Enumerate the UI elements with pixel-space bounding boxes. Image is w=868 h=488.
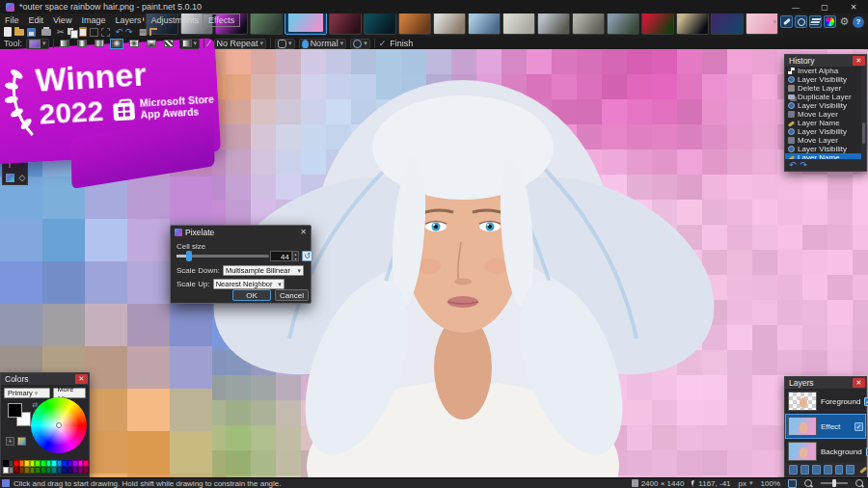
gradient-radial-button[interactable] [110, 39, 123, 49]
dialog-title-bar[interactable]: Pixelate ✕ [171, 226, 311, 238]
history-item[interactable]: Move Layer [785, 110, 861, 119]
new-file-icon[interactable] [4, 27, 12, 38]
print-icon[interactable] [41, 27, 51, 38]
add-layer-button[interactable] [789, 465, 798, 474]
ok-button[interactable]: OK [232, 289, 271, 301]
cell-size-input[interactable]: 44 [270, 251, 292, 261]
layer-visibility-checkbox[interactable]: ✓ [864, 397, 868, 406]
gradient-conical-button[interactable] [145, 39, 158, 49]
curve-style-dropdown[interactable]: ▾ [275, 39, 295, 49]
colors-panel-title[interactable]: Colors ✕ [1, 373, 89, 385]
history-panel-toggle[interactable] [795, 15, 807, 28]
gradient-tool-button[interactable] [4, 172, 15, 183]
history-item[interactable]: Invert Alpha [785, 67, 861, 75]
color-wheel[interactable] [31, 397, 87, 453]
merge-layer-down-button[interactable] [824, 465, 832, 474]
undo-icon[interactable]: ↶ [116, 27, 123, 38]
delete-layer-button[interactable] [800, 465, 809, 474]
maximize-button[interactable]: ▢ [810, 0, 839, 14]
scale-up-dropdown[interactable]: Nearest Neighbor▾ [213, 279, 285, 289]
minimize-button[interactable]: — [781, 0, 810, 14]
colors-close-icon[interactable]: ✕ [75, 374, 88, 384]
history-panel-title[interactable]: History ✕ [785, 55, 866, 67]
image-list-overflow-icon[interactable]: ▾ [773, 18, 776, 26]
history-close-icon[interactable]: ✕ [853, 56, 865, 66]
scale-down-dropdown[interactable]: Multisample Bilinear▾ [223, 265, 304, 276]
zoom-slider[interactable] [821, 482, 848, 484]
unit-dropdown[interactable]: px▾ [739, 479, 753, 488]
layer-row-foreground[interactable]: Foreground✓ [785, 389, 866, 414]
history-undo-icon[interactable]: ↶ [789, 160, 797, 170]
ruler-icon[interactable] [149, 27, 157, 38]
history-item[interactable]: Layer Visibility [785, 145, 861, 153]
zoom-slider-handle[interactable] [832, 479, 836, 487]
zoom-out-icon[interactable] [804, 479, 813, 488]
history-item[interactable]: Duplicate Layer [785, 93, 861, 101]
cell-size-slider-handle[interactable] [186, 251, 192, 261]
dialog-close-icon[interactable]: ✕ [300, 228, 307, 236]
palette-manager-icon[interactable] [17, 437, 26, 446]
layers-close-icon[interactable]: ✕ [853, 378, 865, 388]
layers-panel-toggle[interactable] [809, 15, 822, 28]
cancel-button[interactable]: Cancel [275, 289, 309, 301]
move-layer-down-button[interactable] [846, 465, 854, 474]
copy-icon[interactable] [68, 27, 76, 38]
history-scrollbar[interactable] [861, 67, 866, 159]
palette-swatch[interactable] [83, 460, 89, 467]
layer-visibility-checkbox[interactable]: ✓ [854, 422, 863, 431]
settings-gear-icon[interactable]: ⚙ [838, 15, 851, 28]
zoom-in-icon[interactable] [855, 479, 864, 488]
history-redo-icon[interactable]: ↷ [800, 160, 808, 170]
menu-item-view[interactable]: View [48, 14, 76, 26]
menu-item-effects[interactable]: Effects [203, 14, 239, 26]
gradient-reflected-button[interactable] [75, 39, 89, 49]
gradient-radial-inv-button[interactable] [127, 39, 141, 49]
layer-properties-button[interactable] [857, 465, 866, 474]
history-item[interactable]: Layer Visibility [785, 127, 861, 136]
history-item[interactable]: Layer Name [785, 119, 861, 127]
move-layer-up-button[interactable] [835, 465, 844, 474]
menu-item-layers[interactable]: Layers [110, 14, 146, 26]
save-icon[interactable] [27, 27, 36, 38]
shapes-tool-icon[interactable]: ◇ [16, 172, 28, 183]
antialias-dropdown[interactable]: ▾ [350, 39, 370, 49]
tools-panel-toggle[interactable] [780, 15, 793, 28]
layers-panel-title[interactable]: Layers ✕ [785, 377, 866, 389]
menu-item-edit[interactable]: Edit [24, 14, 49, 26]
color-wheel-selector[interactable] [56, 422, 62, 428]
gradient-channel-button[interactable]: ▾ [179, 39, 201, 49]
layer-row-effect[interactable]: Effect✓ [785, 414, 866, 439]
crop-icon[interactable] [90, 27, 98, 38]
duplicate-layer-button[interactable] [812, 465, 821, 474]
close-button[interactable]: ✕ [839, 0, 868, 14]
open-file-icon[interactable] [14, 27, 24, 38]
cut-icon[interactable]: ✂ [57, 27, 65, 38]
history-item[interactable]: Layer Visibility [785, 75, 861, 84]
add-palette-icon[interactable]: + [6, 437, 14, 446]
gradient-spiral-button[interactable] [162, 39, 176, 49]
layer-row-background[interactable]: Background✓ [785, 439, 866, 464]
history-item[interactable]: Delete Layer [785, 84, 861, 93]
redo-icon[interactable]: ↷ [125, 27, 133, 38]
colors-panel-toggle[interactable] [824, 15, 836, 28]
gradient-linear-button[interactable] [58, 39, 71, 49]
repeat-mode-dropdown[interactable]: No Repeat▾ [214, 39, 267, 49]
reset-value-icon[interactable]: ↺ [302, 251, 312, 261]
blend-mode-dropdown[interactable]: Normal▾ [299, 39, 347, 49]
gradient-diamond-button[interactable] [93, 39, 106, 49]
primary-color-swatch[interactable] [8, 403, 22, 418]
paste-icon[interactable] [79, 27, 87, 38]
menu-item-adjustments[interactable]: Adjustments [146, 14, 203, 26]
current-tool-button[interactable]: ▾ [26, 39, 49, 49]
menu-item-image[interactable]: Image [76, 14, 110, 26]
zoom-fit-icon[interactable] [788, 479, 797, 488]
history-item[interactable]: Move Layer [785, 136, 861, 145]
cell-size-spinner[interactable]: ▴▾ [292, 251, 299, 261]
help-icon[interactable]: ? [853, 16, 864, 28]
history-item[interactable]: Layer Visibility [785, 101, 861, 110]
palette-swatch[interactable] [83, 467, 89, 474]
color-mode-dropdown[interactable]: Primary▾ [4, 388, 50, 398]
deselect-icon[interactable] [101, 27, 110, 38]
finish-button[interactable]: Finish [390, 39, 413, 48]
grid-icon[interactable]: ▦ [139, 27, 148, 38]
